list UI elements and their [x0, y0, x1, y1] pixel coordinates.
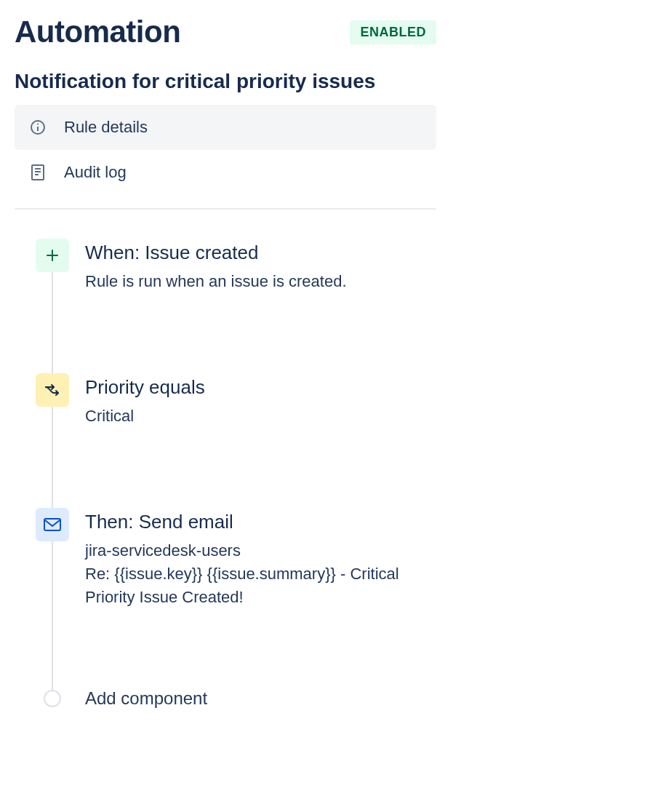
nav-label: Audit log	[64, 163, 127, 182]
rule-step-action[interactable]: Then: Send email jira-servicedesk-users …	[22, 508, 436, 609]
step-description: Critical	[85, 405, 205, 428]
step-description: jira-servicedesk-users Re: {{issue.key}}…	[85, 539, 436, 609]
add-component-button[interactable]: Add component	[22, 688, 436, 709]
page-title: Automation	[15, 15, 180, 49]
document-icon	[29, 164, 47, 181]
step-title: Priority equals	[85, 376, 205, 399]
nav-label: Rule details	[64, 118, 148, 137]
info-icon	[29, 119, 47, 136]
branch-icon	[36, 373, 69, 407]
svg-rect-10	[44, 519, 60, 530]
plus-icon	[36, 239, 69, 272]
rule-step-trigger[interactable]: When: Issue created Rule is run when an …	[22, 239, 436, 293]
mail-icon	[36, 508, 69, 541]
chain-connector	[52, 259, 53, 693]
step-description: Rule is run when an issue is created.	[85, 270, 347, 293]
nav-rule-details[interactable]: Rule details	[15, 105, 436, 150]
step-title: Then: Send email	[85, 511, 436, 533]
add-component-label: Add component	[85, 688, 207, 709]
rule-name: Notification for critical priority issue…	[15, 70, 436, 93]
rule-step-condition[interactable]: Priority equals Critical	[22, 373, 436, 428]
circle-icon	[44, 690, 61, 707]
divider	[15, 208, 436, 210]
step-title: When: Issue created	[85, 242, 347, 264]
nav-audit-log[interactable]: Audit log	[15, 150, 436, 195]
status-badge: ENABLED	[350, 20, 436, 44]
svg-point-2	[37, 124, 39, 125]
